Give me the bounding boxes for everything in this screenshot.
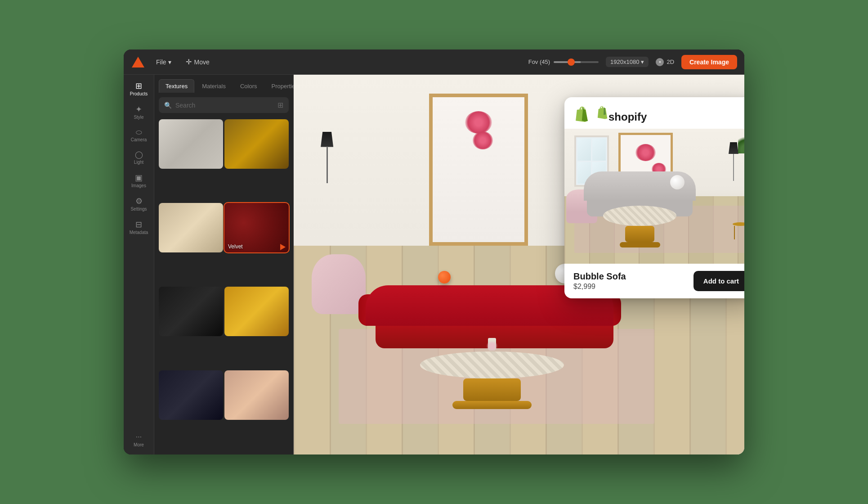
sidebar-item-camera[interactable]: ⬭ Camera	[126, 125, 152, 146]
window-pane	[592, 139, 606, 161]
tab-materials[interactable]: Materials	[195, 79, 233, 93]
fov-slider[interactable]	[554, 61, 599, 63]
texture-item[interactable]	[159, 119, 223, 169]
texture-arrow-icon	[280, 244, 286, 250]
shopify-bag-icon	[593, 105, 608, 121]
artwork-content	[433, 97, 524, 242]
file-menu[interactable]: File ▾	[152, 57, 175, 68]
chevron-down-icon: ▾	[641, 58, 644, 65]
chevron-down-icon: ▾	[168, 58, 171, 66]
sidebar-item-settings[interactable]: ⚙ Settings	[126, 194, 152, 215]
texture-preview	[159, 370, 223, 420]
texture-preview	[224, 370, 289, 420]
sidebar-item-label: Products	[130, 91, 148, 96]
lamp-pole	[327, 147, 328, 183]
side-table-legs	[733, 226, 744, 239]
texture-item[interactable]	[224, 287, 289, 336]
more-icon: ···	[136, 433, 142, 441]
shopify-product-footer: Bubble Sofa $2,999 Add to cart	[564, 264, 744, 298]
logo-triangle-icon	[132, 57, 144, 68]
sidebar-item-style[interactable]: ✦ Style	[126, 102, 152, 123]
shopify-popup: shopify	[564, 97, 744, 298]
mode-dot-icon: ●	[656, 58, 664, 66]
shopify-brand-name: shopify	[593, 105, 647, 123]
sidebar-item-label: Camera	[131, 137, 147, 142]
product-info: Bubble Sofa $2,999	[573, 271, 626, 291]
panel-tabs: Textures Materials Colors Properties	[154, 75, 293, 93]
search-icon: 🔍	[164, 102, 172, 109]
shopify-logo-icon	[573, 107, 589, 122]
settings-icon: ⚙	[135, 197, 143, 205]
flower-1	[635, 144, 656, 161]
metadata-icon: ⊟	[135, 220, 142, 229]
sidebar-item-light[interactable]: ◯ Light	[126, 148, 152, 168]
texture-item[interactable]	[224, 370, 289, 420]
texture-item-selected[interactable]: Velvet	[224, 203, 289, 252]
lamp-shade	[321, 132, 333, 147]
popup-scene	[564, 129, 744, 264]
fov-label: Fov (45)	[528, 58, 550, 65]
vase-flowers	[485, 342, 499, 351]
create-image-button[interactable]: Create Image	[681, 55, 737, 69]
tab-colors[interactable]: Colors	[233, 79, 264, 93]
sidebar-item-products[interactable]: ⊞ Products	[126, 78, 152, 100]
texture-item[interactable]	[224, 119, 289, 169]
texture-preview	[159, 203, 223, 252]
style-icon: ✦	[135, 105, 142, 113]
table-base	[463, 378, 521, 401]
main-content: ⊞ Products ✦ Style ⬭ Camera ◯ Light ▣ Im…	[124, 75, 744, 454]
popup-side-table	[733, 222, 744, 239]
more-label: More	[134, 442, 144, 447]
app-window: File ▾ ✛ Move Fov (45) 1920x1080 ▾ ● 2D …	[124, 50, 744, 454]
side-table-leg	[734, 226, 735, 239]
search-input[interactable]	[175, 102, 274, 109]
texture-item[interactable]	[159, 370, 223, 420]
popup-sofa-back	[584, 171, 696, 201]
popup-coffee-table	[603, 206, 676, 248]
shopify-header: shopify	[564, 97, 744, 129]
camera-icon: ⬭	[136, 129, 142, 136]
images-icon: ▣	[135, 174, 143, 182]
texture-grid: Velvet	[154, 117, 293, 454]
products-icon: ⊞	[135, 82, 142, 90]
decorative-sphere-orange	[438, 271, 451, 284]
resolution-label: 1920x1080	[610, 58, 639, 65]
tab-textures[interactable]: Textures	[159, 79, 194, 93]
resolution-selector[interactable]: 1920x1080 ▾	[606, 57, 649, 67]
mode-toggle[interactable]: ● 2D	[656, 58, 674, 66]
sidebar-item-metadata[interactable]: ⊟ Metadata	[126, 217, 152, 238]
sidebar-item-label: Images	[131, 183, 146, 188]
icon-nav: ⊞ Products ✦ Style ⬭ Camera ◯ Light ▣ Im…	[124, 75, 154, 454]
popup-plant	[738, 135, 744, 153]
sidebar-item-label: Style	[134, 115, 143, 120]
flower-decoration	[465, 111, 492, 134]
side-table-top	[733, 222, 744, 226]
texture-item[interactable]	[159, 287, 223, 336]
move-label: Move	[194, 58, 210, 66]
texture-preview	[224, 287, 289, 336]
texture-label: Velvet	[228, 243, 243, 250]
popup-table-foot	[620, 242, 660, 248]
popup-lamp-shade	[729, 142, 738, 154]
move-icon: ✛	[186, 58, 192, 66]
popup-lamp-pole	[733, 154, 734, 181]
wall-artwork	[429, 94, 528, 246]
add-to-cart-button[interactable]: Add to cart	[694, 271, 744, 291]
floor-lamp	[321, 132, 333, 183]
fov-control: Fov (45)	[528, 58, 599, 65]
table-top	[420, 351, 564, 378]
sidebar-item-images[interactable]: ▣ Images	[126, 170, 152, 192]
accent-chair	[312, 207, 366, 340]
move-tool[interactable]: ✛ Move	[182, 56, 213, 68]
texture-preview	[224, 119, 289, 169]
popup-table-top	[603, 206, 676, 226]
app-logo	[131, 55, 145, 69]
texture-panel: Textures Materials Colors Properties 🔍 ⊞	[154, 75, 294, 454]
texture-item[interactable]	[159, 203, 223, 252]
plant-leaves-icon	[738, 135, 744, 153]
filter-icon[interactable]: ⊞	[277, 101, 283, 109]
nav-more[interactable]: ··· More	[126, 429, 152, 451]
flower-decoration-2	[473, 131, 493, 149]
product-price: $2,999	[573, 283, 626, 291]
3d-scene: shopify	[294, 75, 744, 454]
